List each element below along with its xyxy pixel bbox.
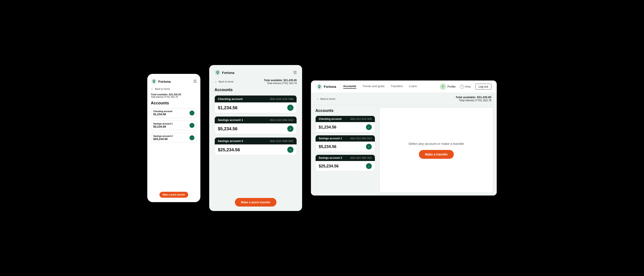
- tablet-panel: Fortuna ☰ ← Back to home Total available…: [209, 65, 302, 211]
- desktop-account-card-checking[interactable]: Checking account 4564 1515 2135 7845 $1,…: [315, 116, 375, 132]
- mobile-card-arrow-savings2[interactable]: ›: [190, 135, 194, 140]
- desktop-card-name-savings2: Savings account 2: [319, 156, 342, 160]
- desktop-main: Accounts Checking account 4564 1515 2135…: [311, 105, 497, 196]
- desktop-card-arrow-checking[interactable]: ›: [366, 124, 372, 130]
- mobile-account-card-savings1[interactable]: Savings account 1 $5,234.56 ›: [151, 120, 197, 130]
- desktop-content: ← Back to home Total available: $31,435.…: [311, 93, 497, 196]
- desktop-card-balance-savings1: $5,234.56: [319, 144, 336, 149]
- mobile-card-left-checking: Checking account $1,234.56: [153, 110, 172, 116]
- desktop-fortuna-logo-icon: [316, 84, 322, 90]
- logout-button[interactable]: Log out: [475, 84, 492, 90]
- desktop-subheader: ← Back to home Total available: $31,435.…: [311, 93, 497, 105]
- tablet-card-name-checking: Checking account: [218, 97, 242, 100]
- tablet-card-header-checking: Checking account 4564 1515 2135 7845: [215, 96, 296, 102]
- tablet-card-arrow-checking[interactable]: ›: [287, 104, 294, 111]
- desktop-card-balance-checking: $1,234.56: [319, 125, 336, 130]
- desktop-card-header-savings1: Savings account 1 4564 1515 3456 3412: [316, 135, 375, 142]
- tablet-back-arrow-icon: ←: [214, 80, 218, 84]
- profile-button[interactable]: P Profile: [440, 84, 456, 90]
- desktop-total-interest: Total interest (YTD): $15.78: [456, 99, 492, 102]
- tablet-header: Fortuna ☰: [214, 70, 297, 76]
- desktop-section-title: Accounts: [315, 108, 375, 113]
- tablet-account-card-savings1[interactable]: Savings account 1 4564 1515 3456 3412 $5…: [214, 116, 297, 134]
- nav-link-accounts[interactable]: Accounts: [343, 84, 356, 89]
- nav-link-loans[interactable]: Loans: [409, 84, 417, 89]
- mobile-totals: Total available: $31,435.65 Total intere…: [151, 93, 197, 98]
- svg-point-5: [319, 86, 320, 87]
- tablet-card-number-savings2: 4564 1515 7898 7601: [270, 140, 294, 142]
- mobile-card-name-savings2: Savings account 2: [153, 135, 173, 137]
- desktop-back-arrow-icon: ←: [316, 97, 319, 100]
- mobile-total-interest: Total interest (YTD): $15.78: [151, 96, 197, 98]
- desktop-card-name-checking: Checking account: [319, 118, 342, 120]
- tablet-total-interest: Total interest (YTD): $15.78: [264, 82, 297, 84]
- help-label: Help: [465, 85, 471, 88]
- nav-link-transfers[interactable]: Transfers: [391, 84, 403, 89]
- tablet-card-number-savings1: 4564 1515 3456 3412: [270, 119, 294, 122]
- desktop-logo-name: Fortuna: [324, 85, 336, 88]
- mobile-account-card-savings2[interactable]: Savings account 2 $25,234.56 ›: [151, 133, 197, 143]
- tablet-quick-transfer-button[interactable]: Make a quick transfer: [235, 198, 277, 206]
- mobile-back-label: Back to home: [155, 88, 170, 90]
- desktop-card-body-checking: $1,234.56 ›: [316, 122, 375, 132]
- desktop-panel: Fortuna Accounts Trends and goals Transf…: [311, 80, 497, 196]
- mobile-hamburger-icon[interactable]: ☰: [193, 79, 197, 84]
- profile-label: Profile: [448, 85, 456, 88]
- desktop-left-panel: Accounts Checking account 4564 1515 2135…: [311, 105, 380, 196]
- desktop-nav-links: Accounts Trends and goals Transfers Loan…: [343, 84, 433, 89]
- select-account-text: Select any account or make a transfer: [408, 142, 464, 146]
- tablet-logo-group: Fortuna: [214, 70, 234, 76]
- desktop-back-label: Back to home: [320, 98, 335, 100]
- make-transfer-button[interactable]: Make a transfer: [419, 150, 454, 159]
- desktop-account-card-savings1[interactable]: Savings account 1 4564 1515 3456 3412 $5…: [315, 135, 375, 152]
- svg-point-1: [153, 80, 154, 82]
- tablet-card-header-savings1: Savings account 1 4564 1515 3456 3412: [215, 116, 296, 124]
- mobile-card-balance-savings2: $25,234.56: [153, 137, 173, 141]
- tablet-logo-name: Fortuna: [222, 71, 234, 74]
- mobile-quick-transfer-button[interactable]: Make a quick transfer: [160, 192, 188, 198]
- desktop-account-card-savings2[interactable]: Savings account 2 4564 1515 7898 7601 $2…: [315, 154, 375, 172]
- desktop-back-link[interactable]: ← Back to home: [316, 97, 335, 100]
- mobile-account-card-checking[interactable]: Checking account $1,234.56 ›: [151, 108, 197, 118]
- tablet-card-balance-savings2: $25,234.56: [218, 147, 240, 152]
- mobile-card-balance-checking: $1,234.56: [153, 112, 172, 116]
- desktop-nav: Fortuna Accounts Trends and goals Transf…: [311, 80, 497, 93]
- mobile-card-arrow-checking[interactable]: ›: [190, 110, 194, 116]
- svg-point-3: [217, 72, 218, 73]
- tablet-card-body-checking: $1,234.56 ›: [215, 102, 296, 113]
- desktop-card-number-checking: 4564 1515 2135 7845: [350, 118, 372, 120]
- desktop-right-panel: Select any account or make a transfer Ma…: [380, 108, 493, 193]
- mobile-logo-group: Fortuna: [151, 78, 171, 84]
- tablet-card-arrow-savings1[interactable]: ›: [287, 126, 294, 132]
- fortuna-logo-icon: [151, 78, 157, 84]
- desktop-nav-actions: P Profile ? Help Log out: [440, 84, 492, 90]
- desktop-card-arrow-savings1[interactable]: ›: [366, 144, 372, 150]
- desktop-card-header-savings2: Savings account 2 4564 1515 7898 7601: [316, 155, 375, 161]
- mobile-card-balance-savings1: $5,234.56: [153, 125, 173, 128]
- tablet-back-link[interactable]: ← Back to home Total available: $31,435.…: [214, 79, 297, 84]
- mobile-card-arrow-savings1[interactable]: ›: [190, 123, 194, 128]
- tablet-card-header-savings2: Savings account 2 4564 1515 7898 7601: [215, 138, 296, 144]
- tablet-card-arrow-savings2[interactable]: ›: [287, 146, 294, 153]
- desktop-card-arrow-savings2[interactable]: ›: [366, 163, 372, 169]
- mobile-logo-name: Fortuna: [158, 80, 171, 84]
- tablet-account-card-checking[interactable]: Checking account 4564 1515 2135 7845 $1,…: [214, 95, 297, 113]
- tablet-fortuna-logo-icon: [214, 70, 221, 76]
- tablet-card-number-checking: 4564 1515 2135 7845: [270, 98, 294, 100]
- tablet-card-name-savings1: Savings account 1: [218, 118, 243, 122]
- desktop-logo-group: Fortuna: [316, 84, 336, 90]
- help-button[interactable]: ? Help: [460, 85, 471, 89]
- mobile-total-available: Total available: $31,435.65: [151, 93, 197, 96]
- desktop-card-body-savings2: $25,234.56 ›: [316, 161, 375, 171]
- nav-link-trends[interactable]: Trends and goals: [362, 84, 384, 89]
- mobile-panel: Fortuna ☰ ← Back to home Total available…: [147, 74, 200, 202]
- desktop-totals: Total available: $31,435.65 Total intere…: [456, 96, 492, 102]
- desktop-card-balance-savings2: $25,234.56: [319, 164, 338, 168]
- mobile-card-left-savings1: Savings account 1 $5,234.56: [153, 122, 173, 128]
- tablet-hamburger-icon[interactable]: ☰: [293, 70, 297, 75]
- help-icon: ?: [460, 85, 464, 89]
- tablet-card-body-savings1: $5,234.56 ›: [215, 124, 296, 134]
- tablet-account-card-savings2[interactable]: Savings account 2 4564 1515 7898 7601 $2…: [214, 137, 297, 155]
- mobile-back-link[interactable]: ← Back to home: [151, 87, 197, 90]
- mobile-header: Fortuna ☰: [151, 78, 197, 84]
